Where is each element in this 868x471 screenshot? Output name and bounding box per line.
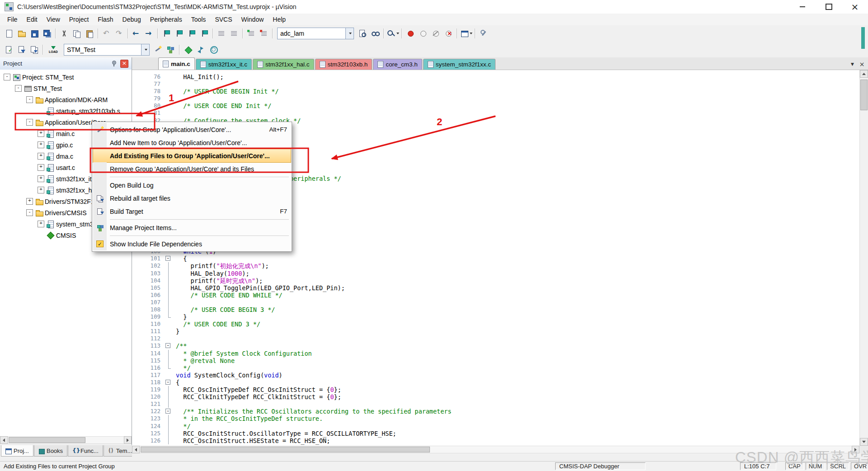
expand-icon[interactable]: + [26,198,33,205]
menu-window[interactable]: Window [237,14,269,25]
zoom-button[interactable] [386,27,400,40]
search-combo[interactable]: adc_lam [277,28,354,39]
target-dropdown-button[interactable] [141,44,149,55]
tab-stm32f1xx-hal-c[interactable]: stm32f1xx_hal.c [253,59,314,70]
code-line-118[interactable]: 118{ [132,379,859,386]
find-in-files-button[interactable] [356,27,369,40]
panel-tab-proj[interactable]: Proj... [1,445,33,457]
nav-back-button[interactable] [130,27,143,40]
code-line-103[interactable]: 103 HAL_Delay(1000); [132,270,859,277]
menu-flash[interactable]: Flash [93,14,118,25]
menu-item-rebuild-all-target-files[interactable]: Rebuild all target files [93,192,291,205]
redo-button[interactable] [113,27,126,40]
menu-item-options-for-group-application-user-core[interactable]: Options for Group 'Application/User/Core… [93,123,291,136]
globe-button[interactable] [207,43,220,56]
code-line-102[interactable]: 102 printf("初始化完成\n"); [132,262,859,269]
nav-fwd-button[interactable] [143,27,156,40]
tree-item-application-mdk-arm[interactable]: -Application/MDK-ARM [0,94,132,105]
scroll-left-button[interactable] [132,446,140,453]
swap-button[interactable] [194,43,207,56]
fold-collapse-icon[interactable] [165,255,172,262]
expand-icon[interactable]: + [38,221,44,227]
minimize-button[interactable] [789,0,816,14]
collapse-icon[interactable]: - [4,74,10,80]
code-line-80[interactable]: 80 /* USER CODE END Init */ [132,102,859,109]
code-line-110[interactable]: 110 /* USER CODE END 3 */ [132,320,859,328]
flag-prev-button[interactable] [173,27,185,40]
expand-icon[interactable]: + [38,164,44,171]
tab-list-dropdown-button[interactable]: ▼ [849,61,856,68]
maximize-button[interactable] [816,0,842,14]
code-line-113[interactable]: 113/** [132,342,859,349]
scroll-down-button[interactable] [860,438,868,446]
menu-item-remove-group-application-user-core-and-its[interactable]: Remove Group 'Application/User/Core' and… [93,162,291,175]
collapse-icon[interactable]: - [26,209,33,216]
scrollbar-track[interactable] [8,436,124,444]
save-button[interactable] [28,27,41,40]
uncomment-button[interactable] [258,27,270,40]
project-panel-close-button[interactable]: × [120,60,128,68]
target-select[interactable]: STM_Test [64,44,150,56]
code-line-108[interactable]: 108 /* USER CODE BEGIN 3 */ [132,306,859,313]
code-line-101[interactable]: 101 { [132,255,859,262]
menu-item-open-build-log[interactable]: Open Build Log [93,179,291,192]
tab-main-c[interactable]: main.c [158,57,195,70]
code-line-114[interactable]: 114 * @brief System Clock Configuration [132,350,859,357]
indent-l-button[interactable] [215,27,228,40]
tab-stm32f1xx-it-c[interactable]: stm32f1xx_it.c [196,59,252,70]
scroll-left-button[interactable] [0,436,8,444]
save-all-button[interactable] [41,27,53,40]
code-line-76[interactable]: 76 HAL_Init(); [132,73,859,80]
fold-collapse-icon[interactable] [165,408,172,415]
code-line-121[interactable]: 121 [132,400,859,408]
expand-icon[interactable]: + [38,141,44,148]
menu-svcs[interactable]: SVCS [210,14,236,25]
load-button[interactable]: LOAD [45,43,61,57]
scroll-right-button[interactable] [124,436,132,444]
wand-button[interactable] [152,43,165,56]
panel-tab-func[interactable]: Func... [68,445,103,457]
code-line-117[interactable]: 117void SystemClock_Config(void) [132,372,859,379]
flag-button[interactable] [160,27,173,40]
copy-button[interactable] [71,27,83,40]
menu-item-add-existing-files-to-group-application-us[interactable]: Add Existing Files to Group 'Application… [93,149,291,162]
code-line-125[interactable]: 125 RCC_OscInitStruct.OscillatorType = R… [132,430,859,437]
components-button[interactable] [165,43,177,56]
menu-project[interactable]: Project [65,14,94,25]
tree-item-project-stm-test[interactable]: -Project: STM_Test [0,71,132,83]
panel-tab-books[interactable]: Books [34,445,67,457]
code-line-106[interactable]: 106 /* USER CODE END WHILE */ [132,292,859,299]
code-line-81[interactable]: 81 [132,109,859,117]
menu-debug[interactable]: Debug [118,14,146,25]
scroll-up-button[interactable] [860,70,868,78]
comment-button[interactable] [245,27,258,40]
bp-slash-button[interactable] [429,27,442,40]
cut-button[interactable] [58,27,71,40]
new-button[interactable] [3,27,15,40]
menu-item-manage-project-items[interactable]: Manage Project Items... [93,221,291,234]
code-line-107[interactable]: 107 [132,299,859,306]
code-line-112[interactable]: 112 [132,335,859,342]
wrench-button[interactable] [477,27,490,40]
menu-edit[interactable]: Edit [22,14,42,25]
search-dropdown-button[interactable] [345,28,354,39]
menu-file[interactable]: File [3,14,22,25]
indent-r-button[interactable] [228,27,241,40]
expand-icon[interactable]: + [38,153,44,160]
bp-red-button[interactable] [404,27,417,40]
diamond-button[interactable] [182,43,194,56]
tab-system-stm32f1xx-c[interactable]: system_stm32f1xx.c [423,59,495,70]
menu-item-add-new-item-to-group-application-user-cor[interactable]: Add New Item to Group 'Application/User/… [93,136,291,149]
code-line-105[interactable]: 105 HAL_GPIO_TogglePin(LED_GPIO_Port,LED… [132,284,859,292]
open-button[interactable] [15,27,28,40]
code-line-78[interactable]: 78 /* USER CODE BEGIN Init */ [132,88,859,95]
code-line-119[interactable]: 119 RCC_OscInitTypeDef RCC_OscInitStruct… [132,386,859,393]
fold-collapse-icon[interactable] [165,379,172,386]
menu-item-build-target[interactable]: Build TargetF7 [93,205,291,218]
menu-view[interactable]: View [42,14,65,25]
search-input[interactable]: adc_lam [278,30,345,37]
build-button[interactable] [15,43,28,56]
find-button[interactable] [369,27,382,40]
bp-gray-button[interactable] [417,27,429,40]
bp-kill-button[interactable] [442,27,455,40]
